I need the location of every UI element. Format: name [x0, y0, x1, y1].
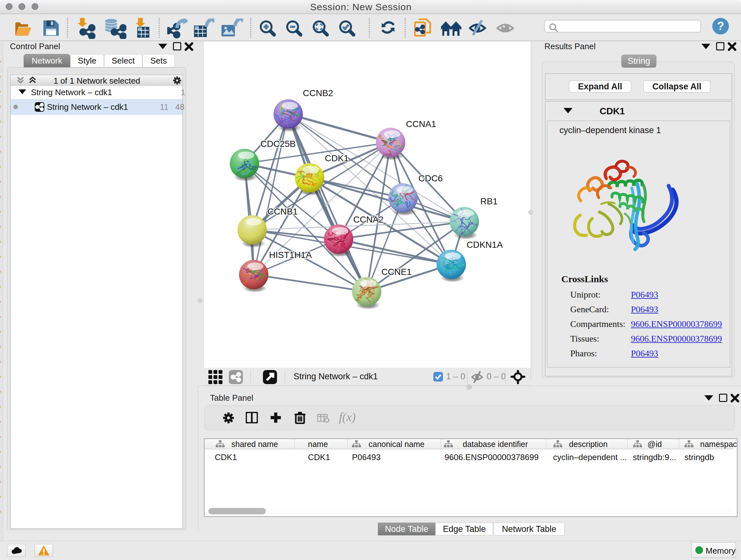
- svg-text:CCNB1: CCNB1: [267, 206, 298, 216]
- svg-text:CCNA1: CCNA1: [406, 119, 436, 129]
- svg-text:CCNE1: CCNE1: [381, 267, 412, 277]
- svg-text:CDC6: CDC6: [418, 173, 443, 183]
- svg-text:CDC25B: CDC25B: [260, 139, 295, 149]
- svg-text:CDKN1A: CDKN1A: [467, 240, 503, 250]
- svg-text:CCNB2: CCNB2: [303, 88, 333, 98]
- svg-text:HIST1H1A: HIST1H1A: [269, 250, 312, 260]
- svg-text:RB1: RB1: [480, 196, 497, 206]
- svg-text:?: ?: [717, 19, 724, 33]
- svg-text:CDK1: CDK1: [325, 153, 349, 163]
- svg-text:CCNA2: CCNA2: [353, 214, 384, 225]
